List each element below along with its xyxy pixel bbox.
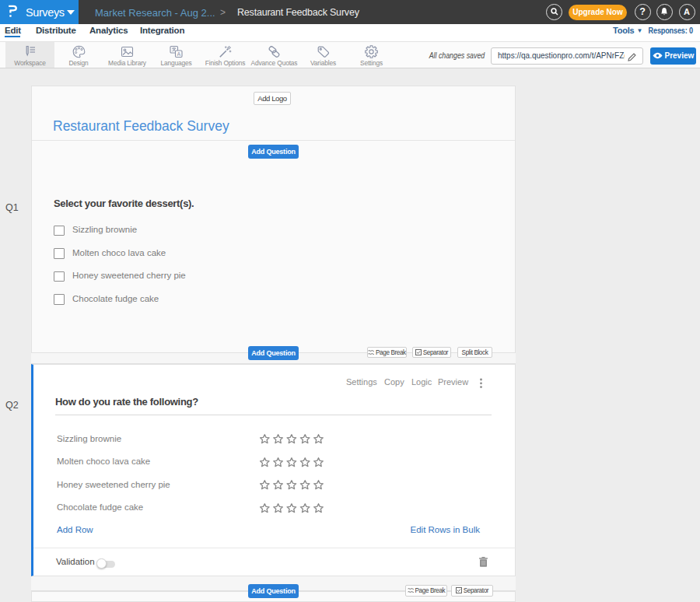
svg-text:A: A — [177, 51, 181, 57]
